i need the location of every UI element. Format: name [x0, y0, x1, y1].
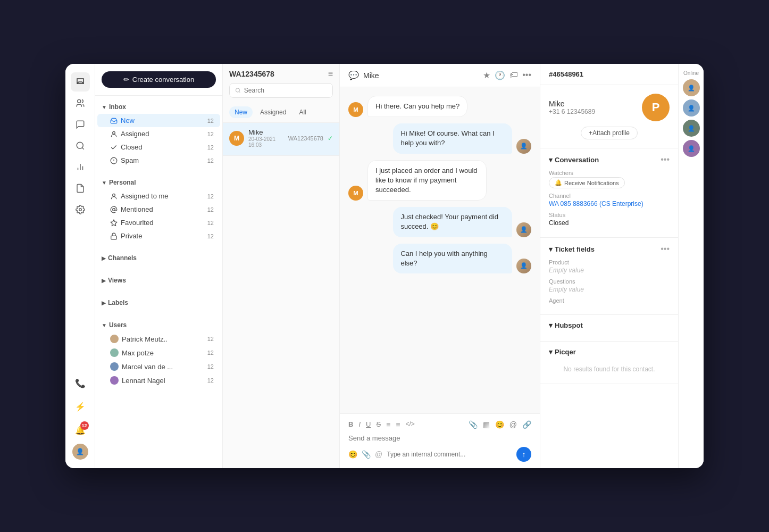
filter-icon[interactable]: ≡ — [328, 69, 333, 79]
attach-profile-button[interactable]: +Attach profile — [581, 127, 638, 139]
code-btn[interactable]: </> — [405, 420, 414, 429]
users-section: ▼ Users Patrick Meutz.. 12 Max potze 12 … — [95, 314, 222, 392]
views-header[interactable]: ▶ Views — [95, 273, 222, 287]
conversation-item-0[interactable]: M Mike 20-03-2021 16:03 WA12345678 ✓ — [223, 123, 339, 156]
msg-avatar-incoming: M — [348, 186, 363, 201]
input-bottom: 😊 📎 @ ↑ — [348, 447, 531, 462]
inbox-section-header[interactable]: ▼ Inbox — [95, 100, 222, 114]
search-nav-icon[interactable] — [71, 136, 90, 155]
svg-marker-12 — [111, 220, 117, 226]
agent-avatar: 👤 — [516, 139, 531, 154]
underline-btn[interactable]: U — [366, 420, 371, 429]
lock-icon — [110, 232, 118, 240]
sidebar: ✏ Create conversation ▼ Inbox New 12 Ass… — [95, 64, 223, 468]
check-icon — [110, 144, 118, 151]
sidebar-item-assigned-to-me[interactable]: Assigned to me 12 — [97, 189, 220, 203]
file-nav-icon[interactable] — [71, 179, 90, 198]
svg-point-11 — [113, 208, 115, 211]
ordered-list-btn[interactable]: ≡ — [386, 420, 390, 429]
status-label: Status — [549, 212, 670, 218]
link-btn[interactable]: 🔗 — [522, 420, 531, 429]
history-icon[interactable]: 🕐 — [495, 70, 505, 80]
online-avatar-3[interactable]: 👤 — [683, 140, 700, 157]
emoji-bottom-btn[interactable]: 😊 — [348, 450, 357, 459]
users-header[interactable]: ▼ Users — [95, 318, 222, 332]
channels-header[interactable]: ▶ Channels — [95, 251, 222, 265]
strikethrough-btn[interactable]: S — [376, 420, 381, 429]
svg-point-0 — [77, 99, 80, 103]
unordered-list-btn[interactable]: ≡ — [396, 420, 400, 429]
phone-icon[interactable]: 📞 — [71, 373, 90, 393]
contacts-nav-icon[interactable] — [71, 94, 90, 113]
ticket-id: #46548961 — [549, 70, 583, 78]
attach-bottom-btn[interactable]: 📎 — [362, 450, 371, 459]
online-avatar-2[interactable]: 👤 — [683, 120, 700, 137]
settings-nav-icon[interactable] — [71, 200, 90, 219]
emoji-btn[interactable]: 😊 — [495, 420, 504, 429]
chat-header: 💬 Mike ★ 🕐 🏷 ••• — [340, 64, 540, 87]
mention-btn[interactable]: @ — [509, 420, 517, 429]
labels-header[interactable]: ▶ Labels — [95, 296, 222, 310]
agent-field: Agent — [549, 297, 670, 304]
channel-label: Channel — [549, 193, 670, 199]
assigned-icon — [110, 130, 118, 138]
bold-btn[interactable]: B — [348, 420, 353, 429]
personal-section-header[interactable]: ▼ Personal — [95, 176, 222, 189]
tab-new[interactable]: New — [229, 106, 253, 118]
tab-all[interactable]: All — [294, 106, 311, 118]
inbox-icon — [110, 117, 118, 124]
notification-icon[interactable]: 🔔 12 — [71, 420, 90, 439]
user-avatar-icon — [110, 362, 119, 371]
table-btn[interactable]: ▦ — [483, 420, 490, 429]
picqer-section: ▾ Picqer No results found for this conta… — [540, 342, 678, 384]
sidebar-item-closed[interactable]: Closed 12 — [97, 140, 220, 154]
chevron-down-icon: ▾ — [549, 156, 553, 164]
inbox-nav-icon[interactable] — [71, 72, 90, 92]
send-button[interactable]: ↑ — [516, 447, 531, 462]
channel-value[interactable]: WA 085 8883666 (CS Enterprise) — [549, 200, 670, 207]
contact-card: Mike +31 6 12345689 P +Attach profile — [540, 85, 678, 148]
italic-btn[interactable]: I — [358, 420, 361, 429]
sidebar-item-favourited[interactable]: Favourited 12 — [97, 216, 220, 229]
message-row-4: Can I help you with anything else? 👤 — [348, 244, 531, 273]
contact-avatar-large: P — [642, 94, 670, 121]
sidebar-item-user-3[interactable]: Lennart Nagel 12 — [97, 373, 220, 387]
more-icon[interactable]: ••• — [522, 70, 531, 80]
right-panel-header: #46548961 — [540, 64, 678, 85]
internal-comment-input[interactable] — [387, 451, 512, 458]
picqer-title: ▾ Picqer — [549, 348, 576, 356]
search-input[interactable] — [244, 87, 327, 94]
sidebar-item-user-0[interactable]: Patrick Meutz.. 12 — [97, 332, 220, 346]
tag-icon[interactable]: 🏷 — [509, 70, 518, 80]
sidebar-item-new[interactable]: New 12 — [97, 114, 220, 127]
sidebar-item-spam[interactable]: Spam 12 — [97, 154, 220, 167]
online-avatar-1[interactable]: 👤 — [683, 99, 700, 117]
lightning-icon[interactable]: ⚡ — [71, 397, 90, 416]
star-icon[interactable]: ★ — [483, 70, 490, 80]
conv-avatar: M — [229, 131, 244, 146]
svg-point-5 — [79, 209, 81, 211]
chat-nav-icon[interactable] — [71, 115, 90, 134]
receive-notifications-button[interactable]: 🔔 Receive Notifications — [549, 177, 625, 188]
attach-btn[interactable]: 📎 — [469, 420, 478, 429]
conversation-more-icon[interactable]: ••• — [661, 155, 670, 164]
sidebar-item-mentioned[interactable]: Mentioned 12 — [97, 203, 220, 216]
notification-badge: 12 — [80, 421, 89, 430]
ticket-fields-more-icon[interactable]: ••• — [661, 244, 670, 254]
sidebar-item-user-1[interactable]: Max potze 12 — [97, 346, 220, 360]
search-icon — [235, 87, 241, 94]
user-avatar[interactable]: 👤 — [72, 444, 88, 460]
online-avatar-0[interactable]: 👤 — [683, 79, 700, 96]
chat-messages: M Hi there. Can you help me? Hi Mike! Of… — [340, 87, 540, 413]
watchers-row: 🔔 Receive Notifications — [549, 177, 670, 188]
sidebar-item-private[interactable]: Private 12 — [97, 229, 220, 243]
send-message-input[interactable] — [348, 434, 531, 442]
search-box[interactable] — [229, 83, 333, 98]
create-conversation-button[interactable]: ✏ Create conversation — [102, 71, 216, 88]
tab-assigned[interactable]: Assigned — [255, 106, 291, 118]
conversation-section: ▾ Conversation ••• Watchers 🔔 Receive No… — [540, 148, 678, 238]
at-bottom-btn[interactable]: @ — [375, 450, 382, 459]
sidebar-item-user-2[interactable]: Marcel van de ... 12 — [97, 360, 220, 373]
sidebar-item-assigned[interactable]: Assigned 12 — [97, 127, 220, 140]
reports-nav-icon[interactable] — [71, 157, 90, 177]
